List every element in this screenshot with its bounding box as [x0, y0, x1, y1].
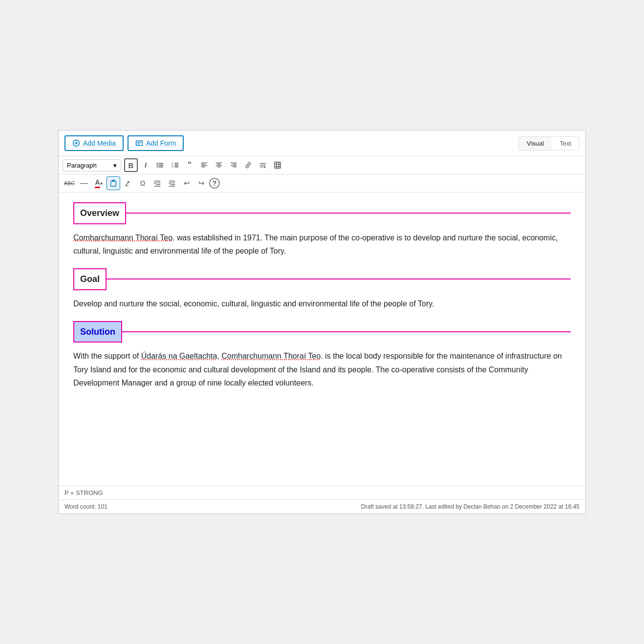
overview-heading-line — [126, 213, 571, 214]
svg-rect-15 — [174, 163, 178, 164]
link-icon — [244, 161, 252, 169]
path-indicator: P » STRONG — [64, 489, 103, 496]
draft-info: Draft saved at 13:58:27. Last edited by … — [361, 503, 580, 510]
align-center-icon — [215, 161, 223, 169]
add-form-icon — [135, 139, 143, 147]
more-button[interactable] — [256, 158, 270, 172]
editor-wrapper: Add Media Add Form Visual Text Paragraph… — [58, 130, 586, 514]
align-right-icon — [230, 161, 237, 169]
goal-section: Goal Develop and nurture the social, eco… — [73, 268, 571, 310]
status-bar: P » STRONG — [59, 486, 585, 499]
indent-icon — [153, 179, 161, 187]
redo-button[interactable]: ↪ — [194, 176, 208, 190]
ol-icon: 1. 2. 3. — [171, 161, 179, 169]
strikethrough-button[interactable]: ABC — [63, 176, 76, 190]
svg-rect-7 — [158, 163, 163, 164]
indent-button[interactable] — [150, 176, 164, 190]
overview-heading: Overview — [73, 202, 126, 224]
overview-heading-block: Overview — [73, 202, 571, 224]
paragraph-label: Paragraph — [67, 162, 97, 169]
goal-heading: Goal — [73, 268, 107, 290]
clear-format-button[interactable] — [121, 176, 135, 190]
svg-rect-42 — [112, 180, 114, 182]
editor-content[interactable]: Overview Comharchumann Thoraí Teo. was e… — [59, 193, 585, 486]
paste-icon — [109, 179, 117, 187]
table-icon — [274, 161, 281, 169]
add-form-label: Add Form — [146, 139, 176, 147]
overview-section: Overview Comharchumann Thoraí Teo. was e… — [73, 202, 571, 258]
outdent-button[interactable] — [165, 176, 179, 190]
toolbar-left: Add Media Add Form — [64, 135, 184, 151]
bottom-bar: Word count: 101 Draft saved at 13:58:27.… — [59, 499, 585, 514]
top-toolbar: Add Media Add Form Visual Text — [59, 130, 585, 156]
solution-heading: Solution — [73, 321, 122, 343]
add-media-icon — [72, 139, 80, 147]
outdent-icon — [168, 179, 176, 187]
comharchumann-link-1[interactable]: Comharchumann Thoraí Teo — [73, 234, 172, 242]
unordered-list-button[interactable] — [153, 158, 167, 172]
svg-rect-11 — [158, 167, 163, 168]
paragraph-format-select[interactable]: Paragraph ▾ — [63, 159, 121, 172]
text-color-button[interactable]: A ▾ — [92, 176, 106, 190]
horizontal-rule-button[interactable]: — — [77, 176, 91, 190]
link-button[interactable] — [241, 158, 255, 172]
comharchumann-link-2[interactable]: Comharchumann Thoraí Teo — [221, 352, 321, 360]
overview-paragraph: Comharchumann Thoraí Teo. was establishe… — [73, 231, 571, 258]
more-icon — [259, 161, 267, 169]
goal-heading-line — [107, 279, 571, 279]
udaras-link[interactable]: Údarás na Gaeltachta — [141, 352, 217, 360]
svg-point-6 — [156, 163, 158, 164]
solution-heading-line — [122, 331, 571, 332]
italic-button[interactable]: I — [139, 158, 152, 172]
ordered-list-button[interactable]: 1. 2. 3. — [168, 158, 182, 172]
goal-heading-block: Goal — [73, 268, 571, 290]
add-form-button[interactable]: Add Form — [128, 135, 184, 151]
add-media-label: Add Media — [83, 139, 116, 147]
align-right-button[interactable] — [227, 158, 240, 172]
align-center-button[interactable] — [212, 158, 226, 172]
format-toolbar-row2: ABC — A ▾ Ω — [59, 174, 585, 193]
align-left-button[interactable] — [197, 158, 211, 172]
solution-heading-block: Solution — [73, 321, 571, 343]
solution-section: Solution With the support of Údarás na G… — [73, 321, 571, 389]
svg-text:3.: 3. — [172, 165, 173, 168]
goal-paragraph: Develop and nurture the social, economic… — [73, 297, 571, 310]
solution-paragraph: With the support of Údarás na Gaeltachta… — [73, 349, 571, 389]
svg-point-10 — [156, 166, 158, 168]
text-color-icon: A — [95, 178, 100, 188]
word-count: Word count: 101 — [64, 503, 107, 510]
clear-format-icon — [124, 179, 132, 187]
svg-rect-35 — [275, 162, 280, 168]
visual-text-tabs: Visual Text — [518, 136, 580, 150]
special-char-button[interactable]: Ω — [136, 176, 150, 190]
undo-button[interactable]: ↩ — [180, 176, 193, 190]
text-tab[interactable]: Text — [552, 137, 579, 150]
help-button[interactable]: ? — [209, 178, 220, 189]
ul-icon — [156, 161, 164, 169]
align-left-icon — [200, 161, 208, 169]
blockquote-button[interactable]: " — [183, 158, 196, 172]
format-toolbar-row1: Paragraph ▾ B I 1. 2. 3. " — [59, 156, 585, 174]
svg-rect-17 — [174, 167, 178, 168]
color-dropdown-icon: ▾ — [100, 181, 103, 186]
svg-rect-9 — [158, 165, 163, 166]
svg-point-8 — [156, 165, 158, 166]
table-button[interactable] — [271, 158, 284, 172]
dropdown-arrow-icon: ▾ — [113, 162, 117, 169]
paste-as-text-button[interactable] — [107, 176, 120, 190]
visual-tab[interactable]: Visual — [519, 137, 552, 150]
add-media-button[interactable]: Add Media — [64, 135, 124, 151]
bold-button[interactable]: B — [124, 158, 138, 172]
svg-rect-41 — [111, 181, 116, 187]
svg-rect-3 — [136, 141, 143, 146]
svg-rect-16 — [174, 165, 178, 166]
